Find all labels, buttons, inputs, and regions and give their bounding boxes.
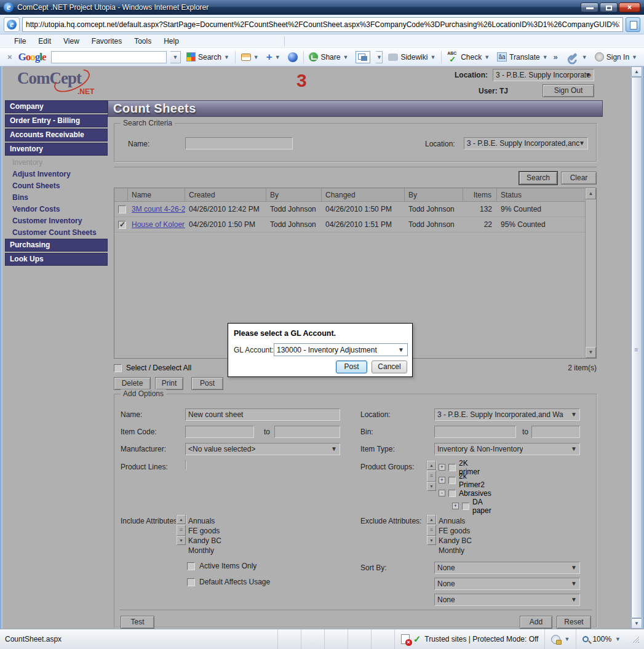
scroll-down-icon[interactable]: ▼ [631,618,642,629]
menu-help[interactable]: Help [158,36,185,47]
dialog-cancel-button[interactable]: Cancel [372,360,407,373]
col-by1[interactable]: By [266,188,322,201]
menu-tools[interactable]: Tools [129,36,157,47]
scroll-down-icon[interactable]: ▼ [586,347,596,358]
add-gadget-button[interactable]: +▼ [264,52,282,63]
sort-by-select-1[interactable]: None ▼ [434,562,580,574]
menu-edit[interactable]: Edit [33,36,57,47]
protected-mode-button[interactable]: ▼ [544,629,576,649]
location-select[interactable]: 3 - P.B.E. Supply Incorporated,and Wa ▼ [434,408,580,421]
google-search-input[interactable] [51,51,167,63]
search-button[interactable]: Search [519,172,557,185]
col-changed[interactable]: Changed [322,188,405,201]
menu-view[interactable]: View [58,36,85,47]
sidebar-item-bins[interactable]: Bins [5,192,108,204]
count-sheet-link[interactable]: 3M count 4-26-2010 [132,205,185,213]
bookmarks-button[interactable]: ▼ [239,52,261,62]
sidewiki-button[interactable]: Sidewiki ▼ [386,52,437,63]
item-code-from-input[interactable] [185,426,254,438]
test-button[interactable]: Test [121,616,154,629]
row-checkbox[interactable] [118,205,126,213]
window-layout-dropdown[interactable]: ▼ [376,51,383,63]
sort-by-select-3[interactable]: None ▼ [434,594,580,606]
listbox-scrollbar[interactable]: ▲ ≡ ▼ [185,515,186,524]
url-input[interactable] [22,17,623,32]
post-button[interactable]: Post [191,377,223,390]
sidebar-item-customer-count-sheets[interactable]: Customer Count Sheets [5,227,108,239]
window-layout-button[interactable] [354,50,372,65]
select-all-checkbox[interactable] [114,364,122,372]
sidebar-section-accounts-receivable[interactable]: Accounts Receivable [5,129,108,141]
col-status[interactable]: Status [497,188,585,201]
spellcheck-button[interactable]: ABC✓ Check ▼ [445,51,491,63]
delete-button[interactable]: Delete [114,377,151,390]
signin-button[interactable]: Sign In ▼ [593,51,639,63]
sidebar-item-vendor-costs[interactable]: Vendor Costs [5,204,108,215]
sidebar-section-company[interactable]: Company [5,100,108,113]
sidebar-section-order-entry[interactable]: Order Entry - Billing [5,114,108,127]
name-input[interactable] [185,408,340,421]
sort-by-select-2[interactable]: None ▼ [434,578,580,590]
gl-account-select[interactable]: 130000 - Inventory Adjustment ▼ [274,343,408,356]
bin-to-input[interactable] [531,426,580,438]
print-button[interactable]: Print [155,377,183,390]
dialog-post-button[interactable]: Post [336,360,367,373]
scroll-thumb[interactable]: ≡ [631,77,642,618]
sidebar-section-look-ups[interactable]: Look Ups [5,253,108,266]
address-bar-button[interactable] [626,17,640,32]
include-attributes-listbox[interactable]: Annuals FE goods Kandy BC Monthly ▲ ≡ ▼ [185,514,186,524]
share-button[interactable]: Share ▼ [307,51,350,63]
default-affects-usage-checkbox[interactable] [187,578,195,586]
col-items[interactable]: Items [463,188,497,201]
header-location-select[interactable]: 3 - P.B.E. Supply Incorporatec ▼ [493,69,594,81]
sidebar-section-purchasing[interactable]: Purchasing [5,239,108,252]
page-error-icon[interactable] [401,634,410,644]
listbox-scrollbar[interactable]: ▲ ≡ ▼ [435,515,436,524]
signout-button[interactable]: Sign Out [543,84,594,97]
clear-button[interactable]: Clear [561,172,597,185]
add-button[interactable]: Add [520,616,552,629]
sidebar-item-adjust-inventory[interactable]: Adjust Inventory [5,169,108,180]
listbox-scrollbar[interactable]: ▲ ≡ ▼ [435,461,436,469]
row-checkbox[interactable] [118,221,126,229]
scroll-up-icon[interactable]: ▲ [586,188,596,199]
col-by2[interactable]: By [405,188,463,201]
menu-file[interactable]: File [9,36,31,47]
item-code-to-input[interactable] [274,426,340,438]
sidebar-item-customer-inventory[interactable]: Customer Inventory [5,215,108,227]
search-location-select[interactable]: 3 - P.B.E. Supply Incorporated,anc ▼ [464,137,588,149]
toolbar-settings-button[interactable]: ▼ [565,53,589,62]
count-sheet-link[interactable]: House of Koloer C... [132,220,185,229]
maximize-button[interactable] [600,2,618,12]
product-groups-tree[interactable]: + 2K primer + 2k Primer2 - [435,460,437,470]
col-name[interactable]: Name [128,188,185,201]
google-search-button[interactable]: Search ▼ [185,51,231,63]
google-earth-button[interactable] [286,51,300,63]
search-name-input[interactable] [185,137,293,149]
bin-from-input[interactable] [434,426,516,438]
translate-button[interactable]: âa Translate ▼ [495,51,550,63]
scroll-up-icon[interactable]: ▲ [435,515,436,524]
manufacturer-select[interactable]: <No value selected> ▼ [185,443,340,455]
menu-favorites[interactable]: Favorites [86,36,127,47]
resize-grip[interactable] [632,635,639,643]
col-created[interactable]: Created [185,188,266,201]
item-type-select[interactable]: Inventory & Non-Inventory ▼ [434,443,580,455]
product-lines-listbox[interactable] [185,460,186,470]
sidebar-section-inventory[interactable]: Inventory [5,143,108,156]
close-button[interactable]: × [619,2,640,12]
zoom-control[interactable]: 100% ▼ [576,629,627,649]
exclude-attributes-listbox[interactable]: Annuals FE goods Kandy BC Monthly ▲ ≡ ▼ [435,514,437,524]
minimize-button[interactable] [581,2,598,12]
browser-scrollbar[interactable]: ▲ ≡ ▼ [631,66,642,629]
toolbar-overflow-chevron[interactable]: » [554,52,558,62]
scroll-up-icon[interactable]: ▲ [631,66,642,77]
toolbar-close-icon[interactable]: × [5,52,15,62]
scroll-up-icon[interactable]: ▲ [435,461,436,470]
active-items-checkbox[interactable] [187,562,195,570]
sidebar-item-count-sheets[interactable]: Count Sheets [5,180,108,192]
table-scrollbar[interactable]: ▲ ▼ [585,188,596,358]
reset-button[interactable]: Reset [557,616,591,629]
scroll-up-icon[interactable]: ▲ [185,515,186,524]
search-history-dropdown[interactable]: ▼ [170,51,181,63]
